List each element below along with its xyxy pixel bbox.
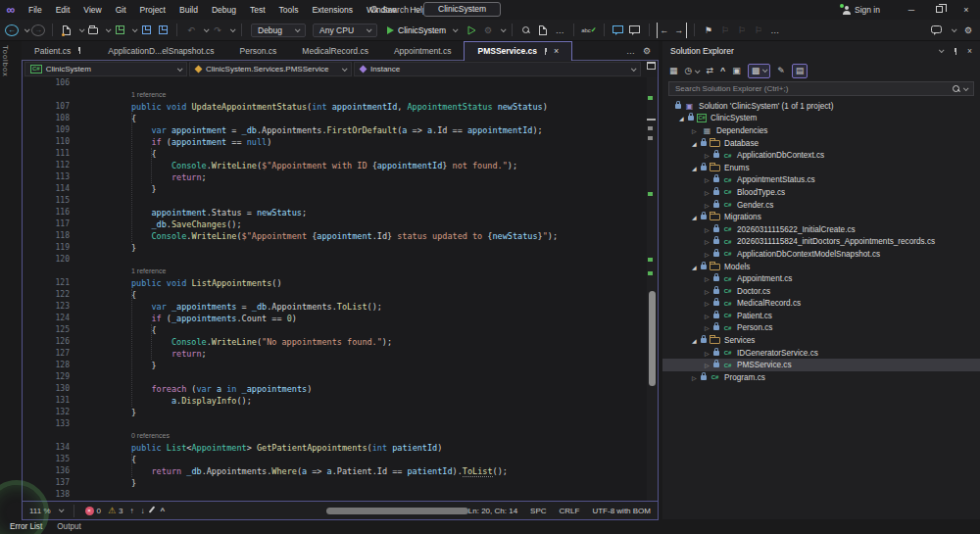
code-line[interactable]: 118 Console.WriteLine($"Appointment {app… (23, 230, 658, 242)
line-number[interactable]: 113 (23, 171, 70, 183)
editor-tab[interactable]: Appointment.cs (381, 41, 465, 61)
collapse-panel-button[interactable]: ^ (160, 507, 165, 515)
line-ending[interactable]: CRLF (560, 507, 580, 515)
find-next-button[interactable] (536, 23, 550, 38)
expander-icon[interactable]: ▷ (705, 226, 713, 233)
editor-tab[interactable]: Person.cs (227, 41, 290, 61)
line-number[interactable]: 132 (23, 407, 70, 418)
collapse-all-button[interactable]: ^ (720, 66, 725, 75)
restore-button[interactable] (925, 0, 953, 20)
code-line[interactable]: 137 } (23, 477, 658, 489)
expander-icon[interactable]: ◢ (692, 337, 701, 344)
messages-filter-button[interactable] (151, 506, 153, 515)
indent-mode[interactable]: SPC (530, 507, 546, 515)
tree-item[interactable]: ▷C#Patient.cs (662, 310, 980, 322)
code-line[interactable]: 117 _db.SaveChanges(); (23, 218, 658, 230)
switch-views-button[interactable]: ▦ (669, 66, 678, 75)
attach-to-process-button[interactable]: ⚙ (481, 23, 495, 38)
redo-button[interactable]: ↷ (211, 23, 224, 38)
sign-in-button[interactable]: Sign in (842, 5, 880, 15)
next-bookmark-button[interactable]: ⚐ (735, 23, 749, 38)
line-number[interactable]: 135 (23, 454, 70, 465)
expander-icon[interactable]: ◢ (692, 165, 701, 171)
line-number[interactable]: 130 (23, 383, 70, 395)
tree-item[interactable]: ▷C#MedicalRecord.cs (662, 298, 980, 311)
chevron-down-icon[interactable] (501, 26, 507, 32)
line-number[interactable]: 114 (23, 183, 70, 195)
minimize-button[interactable]: ─ (898, 0, 925, 20)
toolbar-overflow-button[interactable]: … (553, 23, 566, 38)
code-line[interactable]: 120 (23, 254, 658, 266)
send-feedback-button[interactable] (929, 23, 943, 38)
menu-item-git[interactable]: Git (109, 0, 133, 20)
previous-bookmark-button[interactable]: ⚐ (718, 23, 732, 38)
project-dropdown[interactable]: C# ClinicSystem (24, 62, 187, 76)
line-number[interactable]: 118 (23, 230, 70, 242)
code-line[interactable]: 108 { (23, 113, 658, 124)
next-issue-button[interactable]: ↓ (140, 507, 144, 515)
code-line[interactable]: 132 } (23, 407, 658, 418)
line-number[interactable]: 108 (23, 113, 70, 124)
tree-item[interactable]: ▷C#Program.cs (662, 371, 980, 384)
tree-item[interactable]: ◢Database (662, 137, 980, 150)
code-line[interactable]: 135 { (23, 454, 658, 465)
start-without-debugging-button[interactable] (465, 23, 478, 38)
horizontal-scrollbar[interactable] (179, 507, 454, 515)
code-editor[interactable]: 1061 reference107 public void UpdateAppo… (23, 77, 658, 501)
code-line[interactable]: 123 var _appointments = _db.Appointments… (23, 301, 658, 313)
line-number[interactable]: 106 (23, 77, 70, 89)
spell-check-button[interactable]: abc✓ (581, 23, 597, 38)
menu-item-extensions[interactable]: Extensions (305, 0, 360, 20)
tree-item[interactable]: ◢Migrations (662, 211, 980, 223)
expander-icon[interactable]: ▷ (705, 362, 713, 368)
tab-error-list[interactable]: Error List (10, 522, 42, 531)
tab-output[interactable]: Output (57, 522, 81, 531)
expander-icon[interactable]: ▷ (692, 374, 701, 381)
menu-item-test[interactable]: Test (243, 0, 272, 20)
solution-search-box[interactable]: Search Solution Explorer (Ctrl+;) (668, 81, 974, 96)
code-line[interactable]: 107 public void UpdateAppointmentStatus(… (23, 101, 658, 113)
comment-button[interactable] (612, 23, 625, 38)
save-all-button[interactable] (156, 23, 170, 38)
undo-button[interactable]: ↶ (184, 23, 198, 38)
uncomment-button[interactable] (628, 23, 642, 38)
sync-with-active-document-button[interactable]: ⇄ (706, 66, 713, 75)
code-line[interactable]: 119 } (23, 242, 658, 254)
expander-icon[interactable]: ▷ (705, 350, 713, 357)
tree-item[interactable]: ▷C#IDGeneratorService.cs (662, 347, 980, 360)
line-number[interactable]: 121 (23, 277, 70, 289)
expander-icon[interactable]: ▷ (705, 152, 713, 159)
expander-icon[interactable]: ▷ (705, 300, 713, 307)
code-line[interactable]: 111 { (23, 148, 658, 160)
line-number[interactable]: 107 (23, 101, 70, 113)
chevron-down-icon[interactable] (204, 26, 210, 32)
titlebar-search[interactable]: Search (365, 2, 425, 18)
chevron-down-icon[interactable] (230, 26, 236, 32)
line-number[interactable]: 112 (23, 160, 70, 171)
tree-item[interactable]: ▷C#PMSService.cs (662, 359, 980, 371)
line-number[interactable]: 127 (23, 348, 70, 360)
line-number[interactable]: 126 (23, 336, 70, 348)
toolbox-tab[interactable]: Toolbox (1, 45, 10, 77)
line-number[interactable]: 115 (23, 195, 70, 207)
zoom-selector[interactable]: 111 % (29, 507, 63, 515)
tree-item[interactable]: ▷C#20260311115622_InitialCreate.cs (662, 223, 980, 236)
code-line[interactable]: 121 public void ListAppointments() (23, 277, 658, 289)
tab-overflow-button[interactable]: … (626, 46, 635, 56)
expander-icon[interactable]: ▷ (705, 275, 713, 282)
menu-item-project[interactable]: Project (133, 0, 172, 20)
code-line[interactable]: 131 a.DisplayInfo(); (23, 395, 658, 407)
close-button[interactable]: × (953, 0, 980, 20)
chevron-down-icon[interactable] (952, 26, 957, 32)
line-number[interactable]: 124 (23, 313, 70, 324)
expander-icon[interactable]: ▷ (692, 127, 701, 134)
code-line[interactable]: 106 (23, 77, 658, 89)
caret-position[interactable]: Ln: 20, Ch: 14 (468, 507, 517, 515)
tree-item[interactable]: ▷C#ApplicationDbContextModelSnapshot.cs (662, 248, 980, 261)
chevron-down-icon[interactable] (132, 26, 138, 32)
open-file-button[interactable] (86, 23, 100, 38)
encoding[interactable]: UTF-8 with BOM (592, 507, 651, 515)
code-line[interactable]: 129 (23, 371, 658, 383)
expander-icon[interactable]: ▷ (705, 313, 713, 319)
tree-item[interactable]: ▣Solution 'ClinicSystem' (1 of 1 project… (662, 100, 980, 113)
